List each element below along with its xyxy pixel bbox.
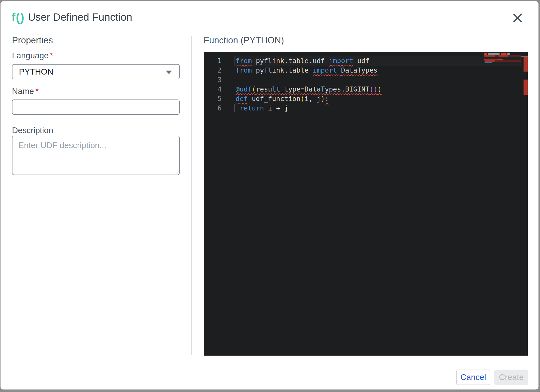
code-token: from (236, 57, 252, 65)
description-label: Description (12, 126, 53, 135)
language-select[interactable]: PYTHON (12, 64, 180, 79)
udf-dialog: f() User Defined Function Properties Lan… (0, 1, 539, 390)
close-button[interactable] (511, 11, 525, 25)
code-line[interactable]: 1from pyflink.table.udf import udf (204, 56, 528, 66)
code-token: udf_function (248, 95, 300, 102)
code-line[interactable]: 2from pyflink.table import DataTypes (204, 66, 528, 75)
code-token: ( (252, 85, 256, 93)
name-input[interactable] (12, 99, 180, 115)
minimap-text-chip (485, 62, 492, 63)
minimap-row (484, 59, 521, 60)
minimap-text-chip (488, 53, 500, 55)
name-label-text: Name (12, 87, 34, 96)
language-label: Language* (12, 51, 53, 60)
language-select-value: PYTHON (19, 67, 53, 77)
code-token: i, j (304, 95, 321, 102)
minimap-row (484, 60, 521, 62)
code-token: import (313, 66, 337, 74)
function-fx-icon: f() (11, 10, 25, 24)
description-textarea[interactable] (12, 136, 180, 175)
code-token (337, 66, 341, 74)
minimap-row (484, 53, 521, 55)
close-icon (511, 11, 524, 24)
function-heading: Function (PYTHON) (204, 35, 284, 46)
minimap-text-chip (484, 55, 495, 57)
overview-ruler (521, 52, 528, 356)
code-token: from (236, 66, 252, 74)
code-lines: 1from pyflink.table.udf import udf2from … (204, 56, 528, 113)
line-number: 2 (204, 66, 222, 75)
code-token (236, 104, 240, 112)
minimap[interactable] (484, 53, 521, 65)
minimap-text-chip (485, 59, 498, 60)
code-line[interactable]: 4@udf(result_type=DataTypes.BIGINT()) (204, 85, 528, 94)
code-token: ) (374, 85, 378, 93)
code-token: pyflink.table (252, 66, 313, 74)
code-token: : (325, 95, 329, 102)
cancel-button[interactable]: Cancel (456, 370, 490, 385)
create-button[interactable]: Create (494, 370, 528, 385)
error-marker (524, 80, 528, 95)
minimap-error-chip (484, 53, 487, 55)
line-number: 5 (204, 94, 222, 103)
code-token: def (236, 95, 248, 102)
minimap-text-chip (499, 55, 508, 57)
dialog-title: User Defined Function (28, 11, 132, 23)
page-backdrop: f() User Defined Function Properties Lan… (0, 0, 540, 392)
line-number: 3 (204, 75, 222, 85)
code-text: @udf(result_type=DataTypes.BIGINT()) (236, 85, 382, 94)
code-editor[interactable]: 1from pyflink.table.udf import udf2from … (204, 52, 528, 356)
code-line[interactable]: 6 return i + j (204, 103, 528, 113)
code-token: ) (378, 85, 382, 93)
required-asterisk: * (49, 51, 53, 60)
code-text: from pyflink.table.udf import udf (236, 56, 369, 66)
code-token: i + j (264, 104, 288, 112)
code-token: pyflink.table.udf (252, 57, 329, 65)
code-token: import (329, 57, 353, 65)
required-asterisk: * (34, 87, 39, 96)
properties-heading: Properties (12, 35, 53, 46)
language-label-text: Language (12, 51, 49, 60)
code-text: from pyflink.table import DataTypes (236, 66, 378, 75)
code-token: udf (353, 57, 369, 65)
error-marker (524, 57, 528, 72)
line-number: 4 (204, 85, 222, 94)
scrollbar-slider[interactable] (521, 56, 528, 57)
name-label: Name* (12, 87, 39, 96)
line-number: 6 (204, 103, 222, 113)
minimap-text-chip (507, 53, 510, 55)
minimap-text-chip (485, 60, 495, 62)
code-text: return i + j (236, 103, 288, 113)
line-number: 1 (204, 56, 222, 66)
code-token: ) (321, 95, 325, 102)
code-text: def udf_function(i, j): (236, 94, 329, 103)
minimap-row (484, 55, 521, 57)
code-line[interactable]: 3 (204, 75, 528, 85)
minimap-error-chip (501, 53, 507, 55)
code-line[interactable]: 5def udf_function(i, j): (204, 94, 528, 103)
chevron-down-icon (166, 71, 172, 74)
minimap-row (484, 62, 521, 63)
code-token: result_type=DataTypes.BIGINT (256, 85, 369, 93)
code-token: @udf (236, 85, 252, 93)
panel-divider (191, 36, 192, 355)
description-field (12, 136, 180, 175)
code-token: ( (369, 85, 373, 93)
code-token: DataTypes (341, 66, 378, 74)
code-token: return (240, 104, 264, 112)
code-token: ( (300, 95, 304, 102)
